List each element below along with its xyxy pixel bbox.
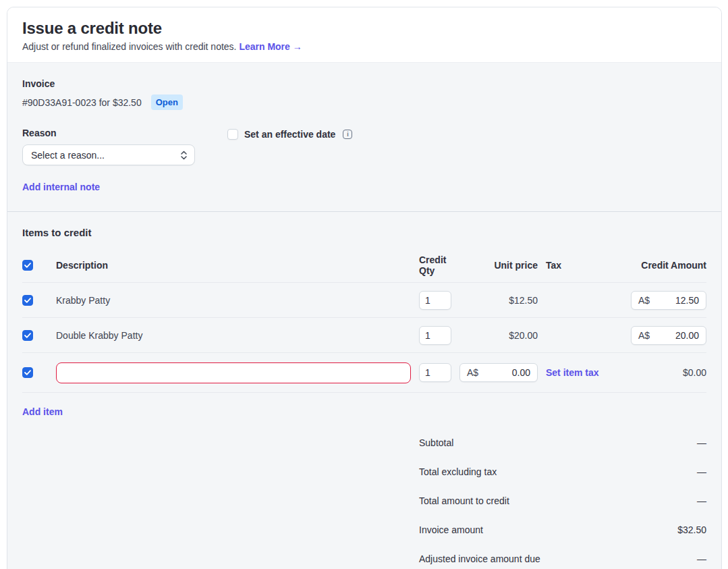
chevron-updown-icon <box>180 151 188 160</box>
credit-note-panel: Issue a credit note Adjust or refund fin… <box>7 7 722 569</box>
page-title: Issue a credit note <box>22 19 706 38</box>
unit-price-value: $20.00 <box>459 330 538 341</box>
summary-row-invoice-amount: Invoice amount $32.50 <box>419 518 706 541</box>
new-item-description-input[interactable] <box>56 362 411 383</box>
effective-date-field: Set an effective date i <box>227 128 352 140</box>
qty-input[interactable] <box>419 363 451 382</box>
summary-value: — <box>697 437 706 448</box>
summary-label: Total amount to credit <box>419 495 509 506</box>
reason-selected-value: Select a reason... <box>31 150 105 161</box>
row-checkbox[interactable] <box>22 367 33 378</box>
col-unit-price: Unit price <box>459 260 538 271</box>
item-row-krabby-patty: Krabby Patty $12.50 A$ 12.50 <box>22 283 706 318</box>
learn-more-link[interactable]: Learn More → <box>239 41 302 52</box>
unit-price-value: $12.50 <box>459 295 538 306</box>
summary-label: Adjusted invoice amount due <box>419 553 540 564</box>
table-header-row: Description Credit Qty Unit price Tax Cr… <box>22 248 706 283</box>
credit-amount-input[interactable]: A$ 20.00 <box>631 326 706 345</box>
item-row-double-krabby-patty: Double Krabby Patty $20.00 A$ 20.00 <box>22 318 706 353</box>
qty-input[interactable] <box>419 291 451 310</box>
currency-prefix: A$ <box>638 295 650 306</box>
add-item-link[interactable]: Add item <box>22 406 63 417</box>
items-to-credit-section: Items to credit Description Credit Qty U… <box>7 212 721 569</box>
col-tax: Tax <box>546 260 600 271</box>
currency-prefix: A$ <box>467 367 478 378</box>
summary-label: Subtotal <box>419 437 453 448</box>
set-item-tax-link[interactable]: Set item tax <box>546 367 600 378</box>
row-checkbox[interactable] <box>22 295 33 306</box>
effective-date-checkbox[interactable] <box>227 129 238 140</box>
item-description: Double Krabby Patty <box>56 330 411 341</box>
item-row-new: A$ 0.00 Set item tax $0.00 <box>22 353 706 393</box>
summary-row-subtotal: Subtotal — <box>419 431 706 454</box>
col-credit-amount: Credit Amount <box>608 260 706 271</box>
page-subtitle: Adjust or refund finalized invoices with… <box>22 41 706 52</box>
unit-price-value: 0.00 <box>512 367 530 378</box>
effective-date-label: Set an effective date <box>244 129 335 140</box>
unit-price-input[interactable]: A$ 0.00 <box>459 363 538 382</box>
reason-field: Reason Select a reason... <box>22 128 195 165</box>
col-description: Description <box>56 260 411 271</box>
totals-summary: Subtotal — Total excluding tax — Total a… <box>419 431 706 569</box>
summary-label: Invoice amount <box>419 524 483 535</box>
credit-amount-input[interactable]: A$ 12.50 <box>631 291 706 310</box>
reason-select[interactable]: Select a reason... <box>22 144 195 165</box>
summary-value: $32.50 <box>677 524 706 535</box>
summary-row-adjusted-due: Adjusted invoice amount due — <box>419 547 706 569</box>
add-internal-note-link[interactable]: Add internal note <box>22 182 100 192</box>
summary-value: — <box>697 553 706 564</box>
credit-amount-value: 20.00 <box>675 330 699 341</box>
summary-row-total-to-credit: Total amount to credit — <box>419 489 706 512</box>
items-title: Items to credit <box>22 227 706 238</box>
subtitle-text: Adjust or refund finalized invoices with… <box>22 41 237 52</box>
info-icon[interactable]: i <box>343 130 352 139</box>
panel-header: Issue a credit note Adjust or refund fin… <box>7 7 721 63</box>
summary-label: Total excluding tax <box>419 466 497 477</box>
row-checkbox[interactable] <box>22 330 33 341</box>
currency-prefix: A$ <box>638 330 650 341</box>
select-all-checkbox[interactable] <box>22 260 33 271</box>
status-badge: Open <box>151 94 183 110</box>
col-credit-qty: Credit Qty <box>419 254 451 276</box>
credit-amount-text: $0.00 <box>608 367 706 378</box>
reason-label: Reason <box>22 128 195 138</box>
summary-row-total-excl-tax: Total excluding tax — <box>419 460 706 483</box>
invoice-label: Invoice <box>22 78 706 89</box>
invoice-summary: #90D33A91-0023 for $32.50 <box>22 97 142 108</box>
credit-amount-value: 12.50 <box>675 295 699 306</box>
invoice-details-section: Invoice #90D33A91-0023 for $32.50 Open R… <box>7 63 721 212</box>
summary-value: — <box>697 466 706 477</box>
item-description: Krabby Patty <box>56 295 411 306</box>
qty-input[interactable] <box>419 326 451 345</box>
summary-value: — <box>697 495 706 506</box>
